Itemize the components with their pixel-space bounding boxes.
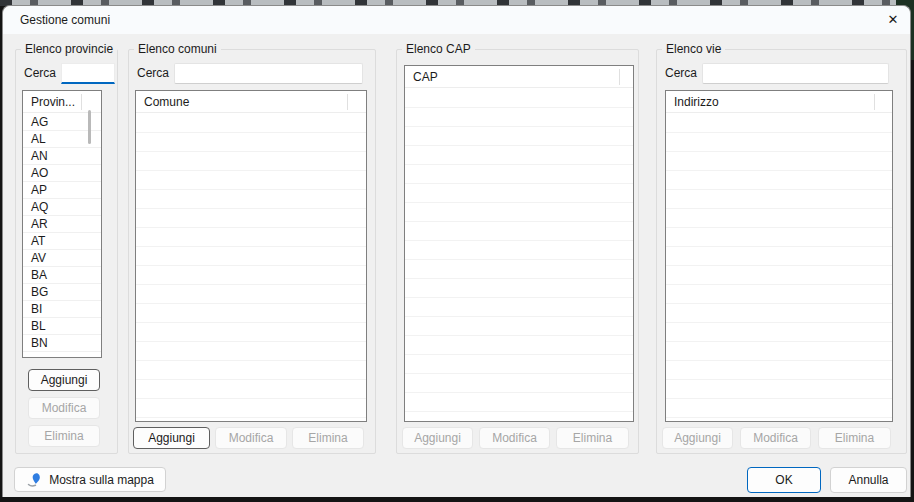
list-item[interactable]: BG bbox=[23, 284, 101, 301]
list-item[interactable]: BN bbox=[23, 335, 101, 352]
show-on-map-label: Mostra sulla mappa bbox=[49, 473, 154, 487]
column-divider bbox=[874, 94, 875, 110]
window-title: Gestione comuni bbox=[20, 13, 110, 27]
list-item[interactable]: AR bbox=[23, 216, 101, 233]
cap-edit-button: Modifica bbox=[479, 427, 550, 449]
street-edit-button: Modifica bbox=[740, 427, 811, 449]
group-elenco-comuni: Elenco comuni Cerca Comune Aggiungi Modi… bbox=[128, 49, 376, 454]
cancel-button[interactable]: Annulla bbox=[830, 467, 907, 493]
province-edit-button: Modifica bbox=[28, 397, 100, 419]
province-rows: AGALANAOAPAQARATAVBABGBIBLBN bbox=[23, 114, 101, 357]
group-elenco-provincie: Elenco provincie Cerca Provin... AGALANA… bbox=[15, 49, 118, 454]
street-list-header[interactable]: Indirizzo bbox=[666, 91, 892, 113]
ok-button[interactable]: OK bbox=[747, 467, 821, 493]
close-icon: ✕ bbox=[888, 12, 899, 27]
list-item[interactable]: BA bbox=[23, 267, 101, 284]
street-add-button: Aggiungi bbox=[662, 427, 733, 449]
map-pin-icon bbox=[26, 472, 42, 488]
municipality-edit-button: Modifica bbox=[215, 427, 287, 449]
municipality-delete-button: Elimina bbox=[292, 427, 364, 449]
group-elenco-vie: Elenco vie Cerca Indirizzo Aggiungi Modi… bbox=[656, 49, 907, 454]
cap-list[interactable]: CAP bbox=[404, 65, 634, 422]
municipality-search-input[interactable] bbox=[174, 63, 363, 84]
street-delete-button: Elimina bbox=[818, 427, 891, 449]
province-add-button[interactable]: Aggiungi bbox=[28, 369, 100, 391]
municipality-add-button[interactable]: Aggiungi bbox=[133, 427, 210, 449]
street-rows bbox=[666, 114, 892, 421]
list-item[interactable]: AO bbox=[23, 165, 101, 182]
search-label: Cerca bbox=[24, 66, 56, 80]
close-button[interactable]: ✕ bbox=[882, 9, 904, 31]
cap-delete-button: Elimina bbox=[556, 427, 629, 449]
group-label: Elenco provincie bbox=[21, 42, 117, 56]
list-item[interactable]: AQ bbox=[23, 199, 101, 216]
street-search-input[interactable] bbox=[702, 63, 889, 84]
column-divider bbox=[347, 94, 348, 110]
titlebar: Gestione comuni ✕ bbox=[3, 6, 910, 34]
cap-rows bbox=[405, 89, 633, 421]
group-elenco-cap: Elenco CAP CAP Aggiungi Modifica Elimina bbox=[396, 49, 639, 454]
cap-list-header[interactable]: CAP bbox=[405, 66, 633, 88]
province-delete-button: Elimina bbox=[28, 425, 100, 447]
list-item[interactable]: AP bbox=[23, 182, 101, 199]
group-label: Elenco comuni bbox=[134, 42, 221, 56]
search-label: Cerca bbox=[665, 66, 697, 80]
column-divider bbox=[619, 69, 620, 85]
list-item[interactable]: BI bbox=[23, 301, 101, 318]
group-label: Elenco CAP bbox=[402, 42, 475, 56]
list-item[interactable]: AT bbox=[23, 233, 101, 250]
dialog-gestione-comuni: Gestione comuni ✕ Elenco provincie Cerca… bbox=[2, 5, 911, 497]
municipality-list[interactable]: Comune bbox=[135, 90, 367, 422]
show-on-map-button[interactable]: Mostra sulla mappa bbox=[14, 467, 166, 492]
column-divider bbox=[81, 94, 82, 110]
screen: Gestione comuni ✕ Elenco provincie Cerca… bbox=[0, 0, 914, 502]
street-list[interactable]: Indirizzo bbox=[665, 90, 893, 422]
province-search-input[interactable] bbox=[61, 63, 115, 84]
province-list[interactable]: Provin... AGALANAOAPAQARATAVBABGBIBLBN bbox=[22, 90, 102, 358]
list-item[interactable]: AN bbox=[23, 148, 101, 165]
search-label: Cerca bbox=[137, 66, 169, 80]
vertical-scrollbar-thumb[interactable] bbox=[88, 110, 91, 144]
list-item[interactable]: AV bbox=[23, 250, 101, 267]
municipality-list-header[interactable]: Comune bbox=[136, 91, 366, 113]
municipality-rows bbox=[136, 114, 366, 421]
group-label: Elenco vie bbox=[662, 42, 725, 56]
list-item[interactable]: BL bbox=[23, 318, 101, 335]
cap-add-button: Aggiungi bbox=[402, 427, 473, 449]
